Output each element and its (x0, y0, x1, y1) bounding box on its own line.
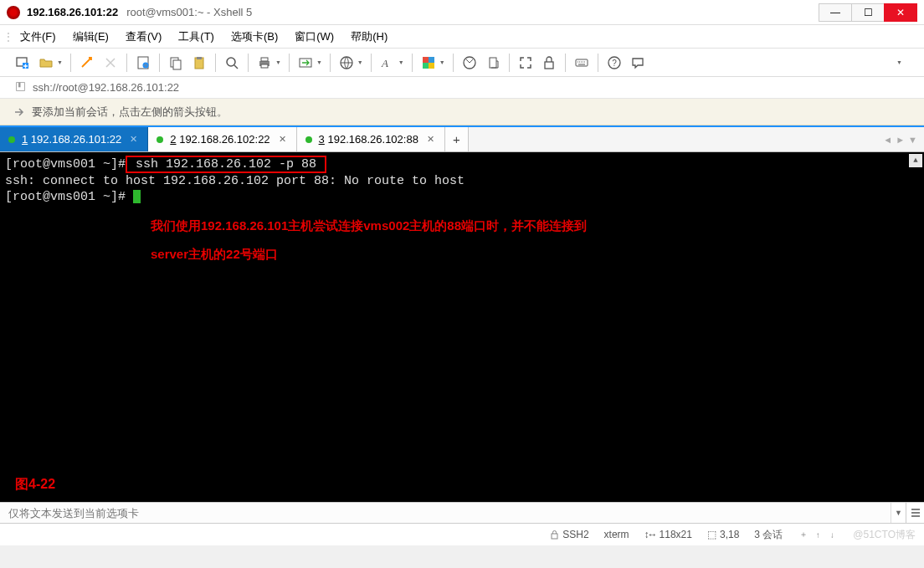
color-scheme-icon[interactable] (418, 52, 439, 74)
svg-rect-27 (552, 534, 557, 539)
status-dot-icon (157, 136, 163, 143)
status-protocol: SSH2 (550, 529, 588, 540)
svg-rect-21 (545, 62, 553, 69)
toolbar-overflow-icon[interactable]: ▼ (891, 52, 912, 74)
open-session-icon[interactable] (35, 52, 57, 74)
terminal-pane[interactable]: ▲ [root@vms001 ~]# ssh 192.168.26.102 -p… (0, 152, 924, 502)
window-title-addr: 192.168.26.101:22 (27, 6, 118, 18)
send-target-dropdown-icon[interactable]: ▼ (891, 503, 906, 523)
maximize-button[interactable]: ☐ (851, 3, 885, 22)
tab-label: 1 192.168.26.101:22 (22, 133, 121, 146)
tab-next-icon[interactable]: ► (896, 135, 905, 145)
svg-point-8 (227, 58, 235, 66)
tab-close-icon[interactable]: ✕ (277, 134, 288, 145)
tab-prev-icon[interactable]: ◄ (883, 135, 892, 145)
svg-rect-15 (423, 57, 429, 63)
tray-down-icon[interactable]: ↓ (826, 529, 838, 540)
copy-icon[interactable] (165, 52, 187, 74)
lock-icon[interactable] (538, 52, 560, 74)
status-termtype: xterm (604, 529, 629, 540)
search-icon[interactable] (221, 52, 243, 74)
help-icon[interactable]: ? (603, 52, 625, 74)
menu-view[interactable]: 查看(V) (119, 28, 168, 46)
status-dot-icon (305, 136, 312, 143)
xftp-icon[interactable] (295, 52, 316, 74)
send-input[interactable] (0, 503, 891, 523)
tab-list-icon[interactable]: ▼ (908, 135, 917, 145)
send-menu-icon[interactable] (906, 503, 924, 523)
font-icon[interactable]: A (377, 52, 398, 74)
address-url[interactable]: ssh://root@192.168.26.101:22 (33, 81, 179, 94)
status-tray-icons: ＋ ↑ ↓ (798, 529, 838, 540)
print-icon[interactable] (254, 52, 275, 74)
menu-window[interactable]: 窗口(W) (288, 28, 341, 46)
titlebar: 192.168.26.101:22 root@vms001:~ - Xshell… (0, 0, 924, 25)
scroll-icon[interactable] (482, 52, 504, 74)
menu-tools[interactable]: 工具(T) (172, 28, 221, 46)
menubar: 文件(F) 编辑(E) 查看(V) 工具(T) 选项卡(B) 窗口(W) 帮助(… (0, 25, 924, 49)
add-tab-button[interactable]: + (445, 127, 469, 151)
figure-label: 图4-22 (15, 476, 55, 492)
font-dropdown-icon[interactable]: ▼ (398, 59, 407, 65)
tabstrip: 1 192.168.26.101:22 ✕ 2 192.168.26.102:2… (0, 127, 924, 152)
menu-tabs[interactable]: 选项卡(B) (224, 28, 285, 46)
hintbar: 要添加当前会话，点击左侧的箭头按钮。 (0, 99, 924, 125)
statusbar: SSH2 xterm ↕↔ 118x21 ⬚ 3,18 3 会话 ＋ ↑ ↓ @… (0, 524, 924, 545)
svg-rect-22 (576, 59, 588, 66)
tab-close-icon[interactable]: ✕ (425, 134, 436, 145)
svg-rect-7 (197, 57, 202, 59)
open-dropdown-icon[interactable]: ▼ (57, 59, 65, 65)
svg-rect-16 (429, 57, 434, 63)
status-position: ⬚ 3,18 (707, 529, 739, 540)
color-dropdown-icon[interactable]: ▼ (439, 59, 448, 65)
menu-file[interactable]: 文件(F) (13, 28, 63, 46)
status-sessions: 3 会话 (754, 528, 783, 542)
toolbar: ▼ ▼ ▼ ▼ A▼ ▼ ? ▼ (0, 49, 924, 77)
scroll-up-icon[interactable]: ▲ (909, 154, 922, 167)
encoding-dropdown-icon[interactable]: ▼ (357, 59, 366, 65)
tab-1[interactable]: 1 192.168.26.101:22 ✕ (0, 127, 148, 151)
menu-help[interactable]: 帮助(H) (344, 28, 394, 46)
tab-close-icon[interactable]: ✕ (128, 134, 139, 145)
paste-icon[interactable] (188, 52, 210, 74)
properties-icon[interactable] (132, 52, 154, 74)
svg-rect-18 (429, 63, 434, 69)
svg-rect-10 (261, 58, 268, 61)
bookmark-icon[interactable] (15, 81, 26, 95)
tray-plus-icon[interactable]: ＋ (798, 529, 809, 540)
watermark-text: @51CTO博客 (853, 528, 916, 542)
disconnect-icon[interactable] (100, 52, 121, 74)
status-dot-icon (8, 136, 15, 143)
annotation-text-1: 我们使用192.168.26.101主机尝试连接vms002主机的88端口时，并… (151, 217, 587, 233)
connect-icon[interactable] (76, 52, 98, 74)
cursor-icon (133, 190, 141, 203)
encoding-icon[interactable] (336, 52, 357, 74)
tab-label: 3 192.168.26.102:88 (319, 133, 418, 146)
fullscreen-icon[interactable] (515, 52, 536, 74)
prompt: [root@vms001 ~]# (5, 190, 133, 204)
menu-edit[interactable]: 编辑(E) (66, 28, 116, 46)
tab-nav: ◄ ► ▼ (883, 127, 924, 151)
svg-rect-11 (261, 64, 268, 68)
status-size: ↕↔ 118x21 (644, 529, 692, 540)
svg-text:?: ? (612, 59, 617, 68)
tray-up-icon[interactable]: ↑ (812, 529, 824, 540)
svg-rect-17 (423, 63, 429, 69)
minimize-button[interactable]: — (819, 3, 852, 22)
chat-icon[interactable] (627, 52, 649, 74)
keyboard-icon[interactable] (571, 52, 593, 74)
svg-rect-5 (173, 60, 181, 69)
new-session-icon[interactable] (12, 52, 33, 74)
log-icon[interactable] (459, 52, 480, 74)
annotation-text-2: server主机的22号端口 (151, 246, 278, 262)
svg-text:A: A (381, 57, 388, 69)
close-button[interactable]: ✕ (884, 3, 917, 22)
hint-arrow-icon[interactable] (13, 106, 25, 118)
highlighted-command: ssh 192.168.26.102 -p 88 (126, 156, 326, 173)
print-dropdown-icon[interactable]: ▼ (275, 59, 284, 65)
window-title-rest: root@vms001:~ - Xshell 5 (126, 6, 252, 18)
xftp-dropdown-icon[interactable]: ▼ (316, 59, 325, 65)
hint-text: 要添加当前会话，点击左侧的箭头按钮。 (32, 105, 228, 120)
tab-2[interactable]: 2 192.168.26.102:22 ✕ (148, 127, 296, 151)
tab-3[interactable]: 3 192.168.26.102:88 ✕ (297, 127, 445, 151)
